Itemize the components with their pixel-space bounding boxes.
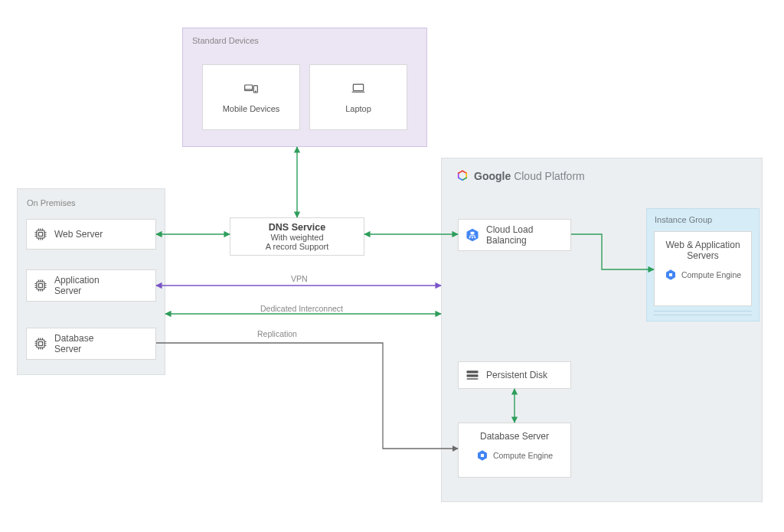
svg-rect-16 (467, 370, 479, 373)
edge-label-replication: Replication (256, 329, 299, 338)
node-label-1: Database (54, 333, 93, 344)
svg-rect-5 (37, 230, 44, 238)
svg-point-15 (474, 237, 475, 238)
edge-replication (156, 343, 458, 449)
node-label-2: Servers (687, 250, 718, 261)
svg-rect-18 (467, 378, 479, 380)
compute-engine-icon (476, 449, 488, 462)
region-title-devices: Standard Devices (192, 36, 259, 45)
node-label-1: Application (54, 275, 100, 286)
node-subtitle-2: A record Support (266, 242, 329, 251)
svg-rect-17 (467, 374, 479, 377)
svg-rect-8 (39, 284, 43, 288)
disk-icon (465, 367, 480, 383)
node-laptop: Laptop (309, 64, 407, 130)
node-label: Mobile Devices (223, 104, 280, 113)
node-label-1: Web & Application (665, 240, 740, 250)
node-web-app-servers: Web & Application Servers Compute Engine (654, 231, 752, 306)
chip-icon (33, 278, 48, 293)
node-subtitle-1: With weighted (270, 233, 323, 242)
svg-rect-12 (471, 232, 475, 234)
svg-rect-4 (353, 84, 363, 90)
node-cloud-load-balancing: Cloud Load Balancing (458, 219, 571, 251)
node-label: Laptop (345, 104, 371, 113)
node-application-server: Application Server (26, 269, 156, 302)
node-label: Persistent Disk (486, 370, 547, 380)
node-label: Web Server (54, 229, 103, 240)
node-label: Database Server (480, 431, 549, 442)
compute-engine-label: Compute Engine (493, 451, 553, 460)
load-balancer-icon (465, 227, 480, 243)
node-title: DNS Service (269, 222, 325, 233)
svg-rect-22 (669, 273, 672, 276)
edge-label-vpn: VPN (289, 274, 309, 283)
node-web-server: Web Server (26, 219, 156, 250)
chip-icon (33, 336, 48, 351)
region-title-instance-group: Instance Group (655, 215, 712, 224)
svg-rect-6 (39, 233, 43, 237)
node-database-server-cloud: Database Server Compute Engine (458, 423, 571, 478)
compute-engine-icon (665, 269, 677, 281)
compute-engine-label: Compute Engine (681, 270, 741, 279)
edge-label-interconnect: Dedicated Interconnect (259, 304, 345, 313)
svg-rect-9 (37, 340, 44, 348)
instance-group-stack-lines (654, 308, 752, 315)
node-label-1: Cloud Load (486, 224, 533, 235)
svg-rect-20 (481, 454, 484, 457)
svg-point-13 (469, 237, 471, 238)
node-dns-service: DNS Service With weighted A record Suppo… (230, 217, 364, 256)
gcp-title: Google Cloud Platform (474, 170, 585, 182)
laptop-icon (351, 81, 366, 96)
chip-icon (33, 227, 48, 242)
svg-point-14 (472, 237, 473, 238)
svg-rect-10 (39, 342, 43, 346)
node-mobile-devices: Mobile Devices (202, 64, 300, 130)
svg-rect-7 (37, 282, 44, 289)
gcp-logo-title: Google Cloud Platform (456, 169, 585, 183)
region-title-onprem: On Premises (27, 198, 76, 207)
svg-point-3 (255, 91, 256, 92)
google-logo-icon (456, 169, 469, 183)
node-database-server-onprem: Database Server (26, 328, 156, 360)
node-label-2: Server (54, 286, 100, 296)
node-label-2: Server (54, 344, 93, 354)
devices-icon (243, 81, 259, 96)
node-label-2: Balancing (486, 235, 533, 246)
node-persistent-disk: Persistent Disk (458, 361, 571, 389)
